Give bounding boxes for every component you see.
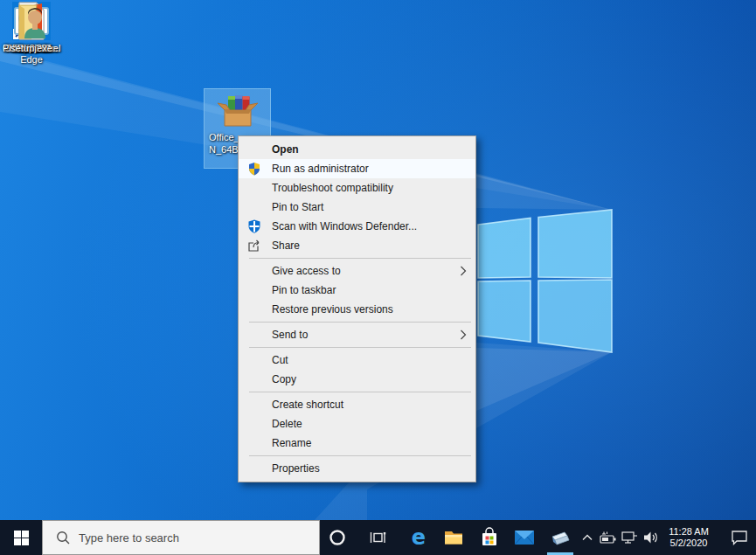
edge-icon: e <box>407 526 430 549</box>
menu-item-pin-to-taskbar[interactable]: Pin to taskbar <box>239 281 475 300</box>
desktop-icon-mj-user-folder[interactable]: mj <box>0 0 63 54</box>
menu-item-pin-to-start[interactable]: Pin to Start <box>239 198 475 217</box>
svg-text:e: e <box>412 526 426 549</box>
share-icon <box>247 239 261 253</box>
mail-icon <box>513 526 536 549</box>
task-view-icon <box>369 529 386 546</box>
taskbar-search-input[interactable]: Type here to search <box>42 520 320 555</box>
windows-start-icon <box>14 531 29 545</box>
tray-network-icon[interactable] <box>619 520 640 555</box>
tray-clock[interactable]: 11:28 AM 5/2/2020 <box>662 520 715 555</box>
tray-battery-icon[interactable] <box>598 520 619 555</box>
archive-label-line1: Office_ <box>205 132 239 143</box>
uac-shield-icon <box>247 162 261 176</box>
winrar-archive-icon <box>217 89 259 131</box>
submenu-arrow-icon <box>460 330 467 340</box>
clock-time: 11:28 AM <box>662 526 715 538</box>
menu-separator <box>249 392 471 392</box>
menu-item-scan-with-windows-defender[interactable]: Scan with Windows Defender... <box>239 217 475 236</box>
context-menu: Open Run as administrator Troubleshoot c… <box>238 135 476 482</box>
menu-item-send-to[interactable]: Send to <box>239 325 475 344</box>
taskbar: Type here to search e <box>0 520 756 555</box>
menu-item-rename[interactable]: Rename <box>239 434 475 453</box>
taskbar-store-button[interactable] <box>475 520 504 555</box>
windows-defender-icon <box>247 219 261 233</box>
menu-item-delete[interactable]: Delete <box>239 414 475 434</box>
menu-item-restore-previous-versions[interactable]: Restore previous versions <box>239 300 475 319</box>
menu-item-open[interactable]: Open <box>239 140 475 159</box>
clock-date: 5/2/2020 <box>662 538 715 549</box>
file-explorer-icon <box>443 527 464 548</box>
cortana-icon <box>329 529 346 546</box>
installer-app-icon <box>549 526 572 549</box>
speaker-icon <box>642 531 660 545</box>
menu-separator <box>249 347 471 348</box>
taskbar-file-explorer-button[interactable] <box>439 520 468 555</box>
taskbar-mail-button[interactable] <box>510 520 539 555</box>
tray-volume-icon[interactable] <box>640 520 662 555</box>
menu-separator <box>249 258 471 259</box>
menu-item-properties[interactable]: Properties <box>239 459 475 478</box>
menu-item-cut[interactable]: Cut <box>239 350 475 370</box>
menu-item-run-as-administrator[interactable]: Run as administrator <box>239 159 475 178</box>
tray-show-hidden-icons-button[interactable] <box>577 520 598 555</box>
menu-item-copy[interactable]: Copy <box>239 370 475 389</box>
ethernet-network-icon <box>621 531 638 545</box>
icon-label: mj <box>26 43 37 54</box>
cortana-button[interactable] <box>322 520 353 555</box>
menu-separator <box>249 455 471 456</box>
menu-item-give-access-to[interactable]: Give access to <box>239 261 475 281</box>
taskbar-running-installer-button[interactable] <box>545 520 575 555</box>
action-center-button[interactable] <box>722 520 756 555</box>
search-placeholder: Type here to search <box>79 531 179 545</box>
taskbar-edge-button[interactable]: e <box>404 520 433 555</box>
action-center-icon <box>731 530 748 545</box>
task-view-button[interactable] <box>362 520 393 555</box>
battery-charging-icon <box>600 531 617 545</box>
menu-separator <box>249 322 471 323</box>
user-folder-icon <box>10 0 52 42</box>
menu-item-create-shortcut[interactable]: Create shortcut <box>239 395 475 414</box>
menu-item-share[interactable]: Share <box>239 236 475 255</box>
chevron-up-icon <box>581 533 593 542</box>
submenu-arrow-icon <box>460 266 467 276</box>
windows-desktop-screen: Recycle Bin This PC Office <box>0 0 756 555</box>
start-button[interactable] <box>0 520 42 555</box>
menu-item-troubleshoot-compatibility[interactable]: Troubleshoot compatibility <box>239 178 475 198</box>
archive-label-line2: N_64B <box>205 144 239 156</box>
search-icon <box>55 530 71 545</box>
microsoft-store-icon <box>479 527 500 548</box>
